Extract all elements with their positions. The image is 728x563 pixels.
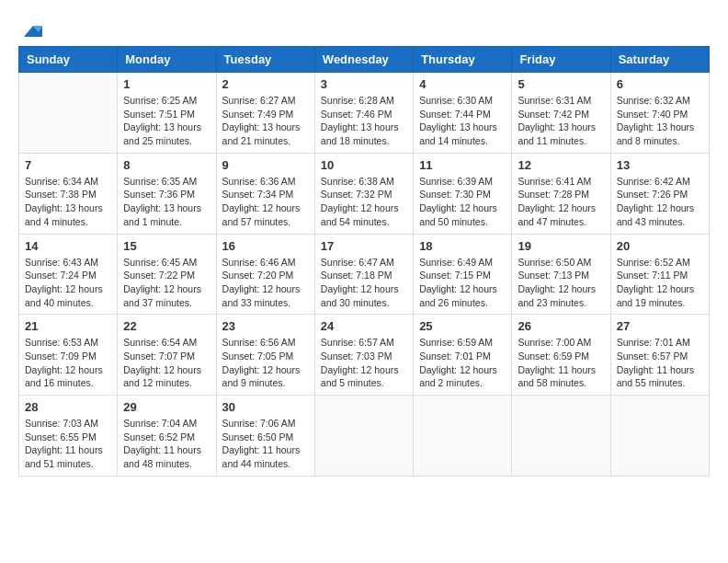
day-number: 20 bbox=[617, 239, 703, 253]
calendar-cell: 14Sunrise: 6:43 AMSunset: 7:24 PMDayligh… bbox=[19, 234, 118, 315]
calendar-cell: 5Sunrise: 6:31 AMSunset: 7:42 PMDaylight… bbox=[512, 73, 610, 154]
day-number: 23 bbox=[222, 319, 309, 333]
calendar-cell: 1Sunrise: 6:25 AMSunset: 7:51 PMDaylight… bbox=[118, 73, 216, 154]
calendar-cell: 25Sunrise: 6:59 AMSunset: 7:01 PMDayligh… bbox=[414, 315, 512, 396]
day-number: 5 bbox=[518, 77, 604, 91]
day-number: 2 bbox=[222, 77, 309, 91]
calendar-cell: 28Sunrise: 7:03 AMSunset: 6:55 PMDayligh… bbox=[19, 396, 118, 477]
day-number: 21 bbox=[25, 319, 111, 333]
calendar-cell: 8Sunrise: 6:35 AMSunset: 7:36 PMDaylight… bbox=[118, 153, 216, 234]
day-info: Sunrise: 7:00 AMSunset: 6:59 PMDaylight:… bbox=[518, 336, 604, 390]
day-info: Sunrise: 6:28 AMSunset: 7:46 PMDaylight:… bbox=[321, 94, 407, 148]
calendar-cell: 26Sunrise: 7:00 AMSunset: 6:59 PMDayligh… bbox=[512, 315, 610, 396]
calendar-header-sunday: Sunday bbox=[19, 47, 118, 73]
day-info: Sunrise: 6:43 AMSunset: 7:24 PMDaylight:… bbox=[25, 256, 111, 310]
logo-icon bbox=[20, 18, 42, 40]
calendar-week-row: 28Sunrise: 7:03 AMSunset: 6:55 PMDayligh… bbox=[19, 396, 710, 477]
calendar-cell: 6Sunrise: 6:32 AMSunset: 7:40 PMDaylight… bbox=[610, 73, 709, 154]
day-info: Sunrise: 6:31 AMSunset: 7:42 PMDaylight:… bbox=[518, 94, 604, 148]
day-number: 18 bbox=[419, 239, 506, 253]
day-number: 10 bbox=[321, 158, 407, 172]
calendar-week-row: 14Sunrise: 6:43 AMSunset: 7:24 PMDayligh… bbox=[19, 234, 710, 315]
calendar-header-monday: Monday bbox=[118, 47, 216, 73]
day-number: 30 bbox=[222, 400, 309, 414]
day-info: Sunrise: 6:49 AMSunset: 7:15 PMDaylight:… bbox=[419, 256, 506, 310]
day-number: 19 bbox=[518, 239, 604, 253]
day-info: Sunrise: 6:36 AMSunset: 7:34 PMDaylight:… bbox=[222, 175, 309, 229]
day-number: 29 bbox=[123, 400, 210, 414]
day-info: Sunrise: 6:57 AMSunset: 7:03 PMDaylight:… bbox=[321, 336, 407, 390]
calendar-table: SundayMondayTuesdayWednesdayThursdayFrid… bbox=[18, 46, 710, 477]
calendar-cell: 3Sunrise: 6:28 AMSunset: 7:46 PMDaylight… bbox=[314, 73, 413, 154]
calendar-cell: 29Sunrise: 7:04 AMSunset: 6:52 PMDayligh… bbox=[118, 396, 216, 477]
page-header bbox=[18, 18, 710, 37]
day-info: Sunrise: 7:04 AMSunset: 6:52 PMDaylight:… bbox=[123, 417, 210, 471]
day-number: 14 bbox=[25, 239, 111, 253]
day-info: Sunrise: 6:52 AMSunset: 7:11 PMDaylight:… bbox=[617, 256, 703, 310]
day-info: Sunrise: 6:42 AMSunset: 7:26 PMDaylight:… bbox=[617, 175, 703, 229]
day-number: 12 bbox=[518, 158, 604, 172]
day-info: Sunrise: 6:56 AMSunset: 7:05 PMDaylight:… bbox=[222, 336, 309, 390]
calendar-cell: 12Sunrise: 6:41 AMSunset: 7:28 PMDayligh… bbox=[512, 153, 610, 234]
day-number: 15 bbox=[123, 239, 210, 253]
day-info: Sunrise: 6:45 AMSunset: 7:22 PMDaylight:… bbox=[123, 256, 210, 310]
day-info: Sunrise: 6:27 AMSunset: 7:49 PMDaylight:… bbox=[222, 94, 309, 148]
calendar-cell bbox=[314, 396, 413, 477]
calendar-cell: 24Sunrise: 6:57 AMSunset: 7:03 PMDayligh… bbox=[314, 315, 413, 396]
day-number: 9 bbox=[222, 158, 309, 172]
day-number: 16 bbox=[222, 239, 309, 253]
calendar-cell: 2Sunrise: 6:27 AMSunset: 7:49 PMDaylight… bbox=[216, 73, 314, 154]
day-info: Sunrise: 6:25 AMSunset: 7:51 PMDaylight:… bbox=[123, 94, 210, 148]
calendar-cell bbox=[610, 396, 709, 477]
calendar-cell: 23Sunrise: 6:56 AMSunset: 7:05 PMDayligh… bbox=[216, 315, 314, 396]
day-number: 1 bbox=[123, 77, 210, 91]
calendar-cell: 11Sunrise: 6:39 AMSunset: 7:30 PMDayligh… bbox=[414, 153, 512, 234]
calendar-cell bbox=[512, 396, 610, 477]
calendar-cell: 7Sunrise: 6:34 AMSunset: 7:38 PMDaylight… bbox=[19, 153, 118, 234]
calendar-cell: 18Sunrise: 6:49 AMSunset: 7:15 PMDayligh… bbox=[414, 234, 512, 315]
day-number: 24 bbox=[321, 319, 407, 333]
day-number: 7 bbox=[25, 158, 111, 172]
day-number: 13 bbox=[617, 158, 703, 172]
day-number: 11 bbox=[419, 158, 506, 172]
day-info: Sunrise: 6:30 AMSunset: 7:44 PMDaylight:… bbox=[419, 94, 506, 148]
calendar-header-thursday: Thursday bbox=[414, 47, 512, 73]
calendar-cell: 9Sunrise: 6:36 AMSunset: 7:34 PMDaylight… bbox=[216, 153, 314, 234]
calendar-cell: 4Sunrise: 6:30 AMSunset: 7:44 PMDaylight… bbox=[414, 73, 512, 154]
logo bbox=[18, 18, 42, 37]
calendar-cell: 16Sunrise: 6:46 AMSunset: 7:20 PMDayligh… bbox=[216, 234, 314, 315]
day-info: Sunrise: 7:03 AMSunset: 6:55 PMDaylight:… bbox=[25, 417, 111, 471]
day-info: Sunrise: 7:01 AMSunset: 6:57 PMDaylight:… bbox=[617, 336, 703, 390]
calendar-cell: 17Sunrise: 6:47 AMSunset: 7:18 PMDayligh… bbox=[314, 234, 413, 315]
day-number: 22 bbox=[123, 319, 210, 333]
day-number: 25 bbox=[419, 319, 506, 333]
day-info: Sunrise: 6:41 AMSunset: 7:28 PMDaylight:… bbox=[518, 175, 604, 229]
calendar-header-friday: Friday bbox=[512, 47, 610, 73]
day-info: Sunrise: 6:32 AMSunset: 7:40 PMDaylight:… bbox=[617, 94, 703, 148]
calendar-cell: 22Sunrise: 6:54 AMSunset: 7:07 PMDayligh… bbox=[118, 315, 216, 396]
day-number: 28 bbox=[25, 400, 111, 414]
calendar-week-row: 1Sunrise: 6:25 AMSunset: 7:51 PMDaylight… bbox=[19, 73, 710, 154]
calendar-header-row: SundayMondayTuesdayWednesdayThursdayFrid… bbox=[19, 47, 710, 73]
calendar-cell: 21Sunrise: 6:53 AMSunset: 7:09 PMDayligh… bbox=[19, 315, 118, 396]
calendar-cell: 10Sunrise: 6:38 AMSunset: 7:32 PMDayligh… bbox=[314, 153, 413, 234]
day-number: 26 bbox=[518, 319, 604, 333]
calendar-cell bbox=[19, 73, 118, 154]
day-number: 8 bbox=[123, 158, 210, 172]
calendar-cell: 19Sunrise: 6:50 AMSunset: 7:13 PMDayligh… bbox=[512, 234, 610, 315]
day-info: Sunrise: 6:47 AMSunset: 7:18 PMDaylight:… bbox=[321, 256, 407, 310]
day-info: Sunrise: 6:38 AMSunset: 7:32 PMDaylight:… bbox=[321, 175, 407, 229]
day-info: Sunrise: 6:54 AMSunset: 7:07 PMDaylight:… bbox=[123, 336, 210, 390]
calendar-week-row: 7Sunrise: 6:34 AMSunset: 7:38 PMDaylight… bbox=[19, 153, 710, 234]
calendar-cell bbox=[414, 396, 512, 477]
day-info: Sunrise: 6:50 AMSunset: 7:13 PMDaylight:… bbox=[518, 256, 604, 310]
day-info: Sunrise: 6:34 AMSunset: 7:38 PMDaylight:… bbox=[25, 175, 111, 229]
day-info: Sunrise: 6:53 AMSunset: 7:09 PMDaylight:… bbox=[25, 336, 111, 390]
calendar-cell: 27Sunrise: 7:01 AMSunset: 6:57 PMDayligh… bbox=[610, 315, 709, 396]
day-number: 6 bbox=[617, 77, 703, 91]
calendar-cell: 30Sunrise: 7:06 AMSunset: 6:50 PMDayligh… bbox=[216, 396, 314, 477]
calendar-header-saturday: Saturday bbox=[610, 47, 709, 73]
calendar-header-wednesday: Wednesday bbox=[314, 47, 413, 73]
day-info: Sunrise: 7:06 AMSunset: 6:50 PMDaylight:… bbox=[222, 417, 309, 471]
day-number: 3 bbox=[321, 77, 407, 91]
